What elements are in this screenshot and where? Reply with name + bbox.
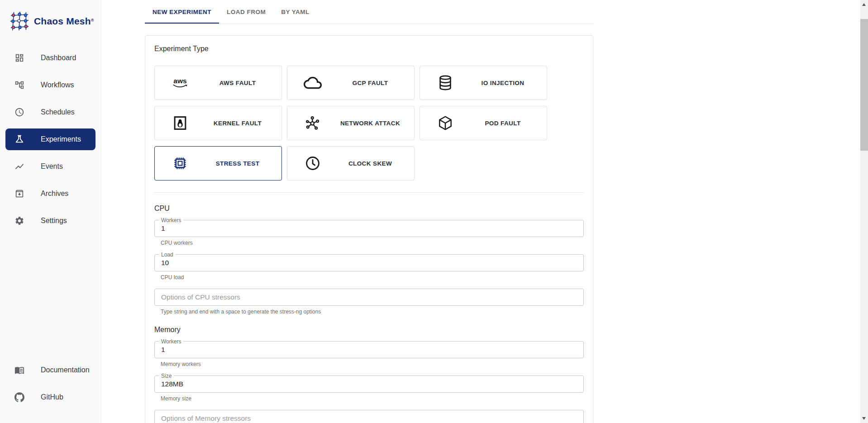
cpu-heading: CPU <box>154 204 584 213</box>
sidebar-nav: Dashboard Workflows Schedules Experiment… <box>0 47 101 237</box>
tab-label: LOAD FROM <box>227 9 266 15</box>
cpu-load-helper: CPU load <box>161 274 584 280</box>
tab-new-experiment[interactable]: NEW EXPERIMENT <box>145 0 219 24</box>
sidebar-item-label: Documentation <box>41 366 90 374</box>
vertical-scrollbar[interactable] <box>860 0 868 423</box>
sidebar-item-documentation[interactable]: Documentation <box>5 359 95 381</box>
flask-icon <box>14 134 24 144</box>
network-nodes-icon <box>303 113 323 133</box>
cube-icon <box>435 113 455 133</box>
sidebar-item-label: Settings <box>41 217 67 225</box>
tab-by-yaml[interactable]: BY YAML <box>273 0 317 24</box>
memory-options-field <box>154 410 584 423</box>
memory-size-label: Size <box>159 373 174 379</box>
tab-load-from[interactable]: LOAD FROM <box>219 0 273 24</box>
sidebar-item-schedules[interactable]: Schedules <box>5 101 95 123</box>
gear-icon <box>14 216 24 226</box>
type-card-clock-skew[interactable]: CLOCK SKEW <box>287 146 415 181</box>
memory-workers-helper: Memory workers <box>161 361 584 367</box>
type-card-label: IO INJECTION <box>455 80 547 86</box>
memory-size-input[interactable] <box>155 376 583 392</box>
experiment-type-grid: aws AWS FAULT GCP FAULT <box>154 66 584 181</box>
cpu-options-input[interactable] <box>155 289 583 305</box>
aws-logo-icon: aws <box>170 73 190 93</box>
cloud-icon <box>303 73 323 93</box>
cpu-chip-icon <box>170 153 190 173</box>
cpu-options-field <box>154 289 584 306</box>
memory-workers-field: Workers <box>154 341 584 358</box>
active-tab-indicator <box>145 23 219 24</box>
type-card-io-injection[interactable]: IO INJECTION <box>420 66 547 100</box>
sidebar-item-label: Events <box>41 162 63 171</box>
type-card-label: NETWORK ATTACK <box>323 120 414 127</box>
brand-name: Chaos Mesh® <box>34 16 94 27</box>
experiment-type-heading: Experiment Type <box>154 45 584 53</box>
type-card-network-attack[interactable]: NETWORK ATTACK <box>287 106 415 140</box>
clock-skew-icon <box>303 153 323 173</box>
sidebar-item-dashboard[interactable]: Dashboard <box>5 47 95 69</box>
sidebar-item-archives[interactable]: Archives <box>5 183 95 204</box>
memory-workers-label: Workers <box>159 338 183 345</box>
type-card-pod-fault[interactable]: POD FAULT <box>420 106 547 140</box>
open-book-icon <box>14 365 24 375</box>
experiment-tabs: NEW EXPERIMENT LOAD FROM BY YAML <box>145 0 593 24</box>
cpu-load-label: Load <box>159 252 176 258</box>
type-card-label: KERNEL FAULT <box>190 120 281 127</box>
linux-penguin-icon <box>170 113 190 133</box>
scrollbar-down-arrow-icon[interactable] <box>862 417 866 420</box>
type-card-label: CLOCK SKEW <box>323 160 414 167</box>
cpu-workers-field: Workers <box>154 220 584 237</box>
cpu-load-input[interactable] <box>155 255 583 271</box>
type-card-label: AWS FAULT <box>190 80 281 86</box>
sidebar-footer: Documentation GitHub <box>0 359 101 413</box>
cpu-load-field: Load <box>154 254 584 271</box>
tab-label: NEW EXPERIMENT <box>153 9 211 15</box>
sidebar-item-label: Experiments <box>41 135 81 143</box>
cpu-workers-input[interactable] <box>155 220 583 237</box>
type-card-label: STRESS TEST <box>190 160 281 167</box>
sidebar-item-github[interactable]: GitHub <box>5 386 95 408</box>
memory-size-field: Size <box>154 375 584 393</box>
scrollbar-up-arrow-icon[interactable] <box>862 3 866 6</box>
workflows-tree-icon <box>14 80 24 90</box>
clock-icon <box>14 107 24 117</box>
sidebar-item-label: Archives <box>41 190 68 198</box>
tab-label: BY YAML <box>281 9 310 15</box>
sidebar-item-events[interactable]: Events <box>5 156 95 177</box>
scrollbar-thumb[interactable] <box>860 19 868 151</box>
sidebar-item-label: Schedules <box>41 108 75 116</box>
cpu-workers-helper: CPU workers <box>161 240 584 246</box>
type-card-label: POD FAULT <box>455 120 547 127</box>
type-card-kernel-fault[interactable]: KERNEL FAULT <box>154 106 282 140</box>
github-icon <box>14 392 24 402</box>
memory-options-input[interactable] <box>155 410 583 423</box>
dashboard-icon <box>14 53 24 63</box>
database-icon <box>435 73 455 93</box>
memory-workers-input[interactable] <box>155 342 583 358</box>
line-chart-icon <box>14 162 24 171</box>
sidebar-item-label: GitHub <box>41 393 63 401</box>
memory-size-helper: Memory size <box>161 395 584 402</box>
brand-logo[interactable]: Chaos Mesh® <box>0 0 101 32</box>
type-card-label: GCP FAULT <box>323 80 414 86</box>
type-card-aws-fault[interactable]: aws AWS FAULT <box>154 66 282 100</box>
sidebar: Chaos Mesh® Dashboard Workflows Schedule… <box>0 0 101 423</box>
type-card-stress-test[interactable]: STRESS TEST <box>154 146 282 181</box>
section-divider <box>154 192 584 193</box>
main-content: NEW EXPERIMENT LOAD FROM BY YAML Experim… <box>101 0 860 423</box>
sidebar-item-settings[interactable]: Settings <box>5 210 95 232</box>
sidebar-item-label: Dashboard <box>41 54 76 62</box>
archive-box-icon <box>14 189 24 199</box>
svg-text:aws: aws <box>173 76 186 84</box>
sidebar-item-label: Workflows <box>41 81 74 89</box>
memory-heading: Memory <box>154 326 584 334</box>
type-card-gcp-fault[interactable]: GCP FAULT <box>287 66 415 100</box>
registered-mark: ® <box>91 18 94 23</box>
sidebar-item-workflows[interactable]: Workflows <box>5 74 95 96</box>
new-experiment-panel: Experiment Type aws AWS FAULT GCP FAULT <box>145 35 593 423</box>
sidebar-item-experiments[interactable]: Experiments <box>5 128 95 150</box>
cpu-options-helper: Type string and end with a space to gene… <box>161 309 584 315</box>
mesh-network-icon <box>9 11 30 32</box>
cpu-workers-label: Workers <box>159 217 183 223</box>
